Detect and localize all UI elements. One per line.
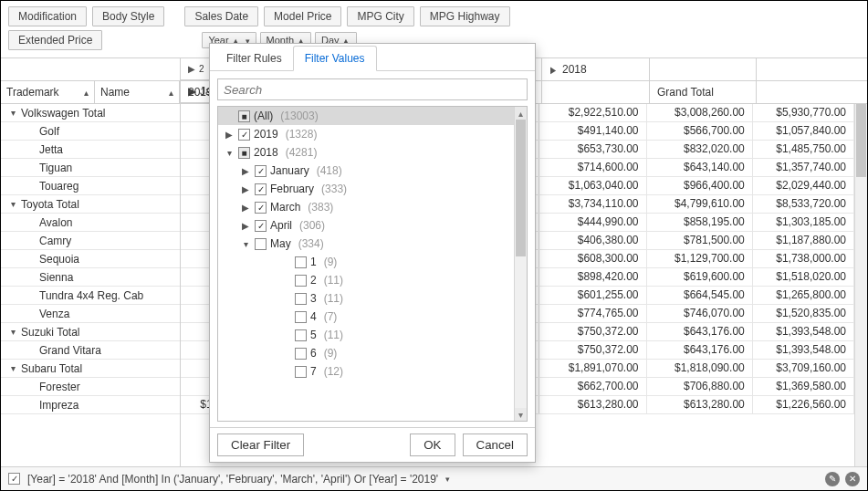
field-chip-mpg-highway[interactable]: MPG Highway xyxy=(420,6,510,26)
checkbox[interactable] xyxy=(295,366,307,378)
row-label-child[interactable]: Camry xyxy=(1,232,180,250)
row-label-text: Tiguan xyxy=(37,162,72,174)
collapse-icon[interactable]: ▾ xyxy=(240,239,251,249)
row-label-child[interactable]: Grand Vitara xyxy=(1,341,180,360)
collapse-icon[interactable]: ▾ xyxy=(6,363,19,373)
checkbox[interactable] xyxy=(295,293,307,305)
filter-tree-node[interactable]: ▾■2018(4281) xyxy=(218,143,514,162)
expand-icon[interactable]: ▶ xyxy=(240,166,251,176)
tree-node-label: 5 xyxy=(310,329,317,341)
edit-filter-icon[interactable]: ✎ xyxy=(825,472,840,486)
checkbox[interactable] xyxy=(295,275,307,287)
field-chip-modification[interactable]: Modification xyxy=(8,6,87,26)
clear-filter-icon[interactable]: ✕ xyxy=(845,472,860,486)
row-label-child[interactable]: Touareg xyxy=(1,177,180,195)
filter-values-tree: ■(All)(13003)▶✓2019(1328)▾■2018(4281)▶✓J… xyxy=(217,106,528,422)
row-label-child[interactable]: Impreza xyxy=(1,396,180,414)
scrollbar-thumb[interactable] xyxy=(856,104,866,177)
row-label-text: Suzuki Total xyxy=(19,326,79,339)
filter-tree-node[interactable]: 3(11) xyxy=(218,289,514,308)
row-label-child[interactable]: Jetta xyxy=(1,141,180,159)
collapse-icon[interactable]: ▾ xyxy=(6,327,19,337)
checkbox[interactable]: ■ xyxy=(238,147,250,159)
field-chip-extended-price[interactable]: Extended Price xyxy=(8,30,102,50)
checkbox[interactable]: ✓ xyxy=(255,183,267,195)
scroll-up-icon[interactable]: ▴ xyxy=(515,107,527,120)
filter-tree-node[interactable]: ▶✓January(418) xyxy=(218,162,514,180)
checkbox[interactable]: ✓ xyxy=(238,129,250,141)
checkbox[interactable]: ✓ xyxy=(255,202,267,214)
tree-node-count: (418) xyxy=(317,164,342,177)
filter-tree-node[interactable]: 4(7) xyxy=(218,308,514,326)
row-label-child[interactable]: Venza xyxy=(1,305,180,323)
field-chip-sales-date[interactable]: Sales Date xyxy=(184,6,258,26)
data-cell: $3,709,160.00 xyxy=(753,360,854,377)
row-label-child[interactable]: Forester xyxy=(1,378,180,396)
filter-tree-node[interactable]: ▶✓February(333) xyxy=(218,180,514,198)
row-label-total[interactable]: ▾Toyota Total xyxy=(1,195,180,214)
filter-tree-node[interactable]: 2(11) xyxy=(218,271,514,289)
tree-node-count: (333) xyxy=(321,183,347,195)
collapse-icon[interactable]: ▾ xyxy=(224,148,235,158)
vertical-scrollbar[interactable]: ▴ xyxy=(854,104,867,466)
row-label-total[interactable]: ▾Volkswagen Total xyxy=(1,104,180,122)
clear-filter-button[interactable]: Clear Filter xyxy=(217,434,304,456)
filter-tree-node[interactable]: ▶✓April(306) xyxy=(218,216,514,235)
row-label-total[interactable]: ▾Subaru Total xyxy=(1,360,180,378)
row-label-child[interactable]: Avalon xyxy=(1,214,180,232)
checkbox[interactable] xyxy=(295,329,307,341)
expand-icon[interactable]: ▶ xyxy=(240,221,251,231)
row-label-child[interactable]: Sequoia xyxy=(1,250,180,268)
column-header-2018-group[interactable]: ▶2018 xyxy=(542,58,650,80)
data-cell: $1,187,880.00 xyxy=(753,232,854,249)
filter-expression-dropdown-icon[interactable]: ▾ xyxy=(445,475,450,484)
cancel-button[interactable]: Cancel xyxy=(463,434,528,456)
tab-filter-values[interactable]: Filter Values xyxy=(293,46,377,71)
row-field-name[interactable]: Name▴ xyxy=(95,81,180,103)
row-label-child[interactable]: Golf xyxy=(1,122,180,141)
checkbox[interactable]: ✓ xyxy=(255,220,267,232)
expand-icon[interactable]: ▶ xyxy=(224,130,235,140)
scrollbar-thumb[interactable] xyxy=(516,120,526,256)
filter-tree-node[interactable]: 6(9) xyxy=(218,344,514,362)
row-label-total[interactable]: ▾Suzuki Total xyxy=(1,323,180,341)
checkbox[interactable] xyxy=(295,348,307,360)
filter-tree-node[interactable]: ▶✓March(383) xyxy=(218,198,514,216)
data-cell: $1,738,000.00 xyxy=(753,250,854,267)
collapse-icon[interactable]: ▾ xyxy=(6,108,19,118)
tab-filter-rules[interactable]: Filter Rules xyxy=(215,47,293,70)
filter-tree-node[interactable]: ▾May(334) xyxy=(218,235,514,253)
row-label-text: Avalon xyxy=(37,216,72,229)
filter-tree-node[interactable]: ▶✓2019(1328) xyxy=(218,125,514,143)
row-field-trademark[interactable]: Trademark▴ xyxy=(1,81,95,103)
row-label-child[interactable]: Sienna xyxy=(1,268,180,287)
expand-icon[interactable]: ▶ xyxy=(240,184,251,194)
checkbox[interactable] xyxy=(295,311,307,323)
collapse-icon[interactable]: ▾ xyxy=(6,199,19,209)
checkbox[interactable] xyxy=(295,256,307,268)
filter-tree-node[interactable]: 5(11) xyxy=(218,326,514,344)
field-chip-body-style[interactable]: Body Style xyxy=(92,6,164,26)
filter-tree-node[interactable]: 7(12) xyxy=(218,362,514,381)
data-cell: $613,280.00 xyxy=(647,396,753,413)
data-cell: $643,140.00 xyxy=(647,159,753,176)
filter-popup: Filter Rules Filter Values ■(All)(13003)… xyxy=(209,43,536,463)
filter-search-input[interactable] xyxy=(217,78,528,100)
field-chip-mpg-city[interactable]: MPG City xyxy=(347,6,413,26)
filter-tree-node[interactable]: ■(All)(13003) xyxy=(218,107,514,125)
column-header-grand-total[interactable]: Grand Total xyxy=(650,81,757,103)
tree-scrollbar[interactable]: ▴ ▾ xyxy=(514,107,527,421)
tree-node-count: (4281) xyxy=(286,146,318,159)
scroll-down-icon[interactable]: ▾ xyxy=(515,408,527,421)
row-label-child[interactable]: Tundra 4x4 Reg. Cab xyxy=(1,287,180,305)
checkbox[interactable] xyxy=(255,238,267,250)
field-chip-model-price[interactable]: Model Price xyxy=(264,6,341,26)
row-label-child[interactable]: Tiguan xyxy=(1,159,180,177)
ok-button[interactable]: OK xyxy=(410,434,455,456)
filter-enabled-checkbox[interactable]: ✓ xyxy=(8,473,20,485)
data-cell: $858,195.00 xyxy=(647,214,753,231)
checkbox[interactable]: ✓ xyxy=(255,165,267,177)
checkbox[interactable]: ■ xyxy=(238,110,250,122)
filter-tree-node[interactable]: 1(9) xyxy=(218,253,514,271)
expand-icon[interactable]: ▶ xyxy=(240,203,251,213)
